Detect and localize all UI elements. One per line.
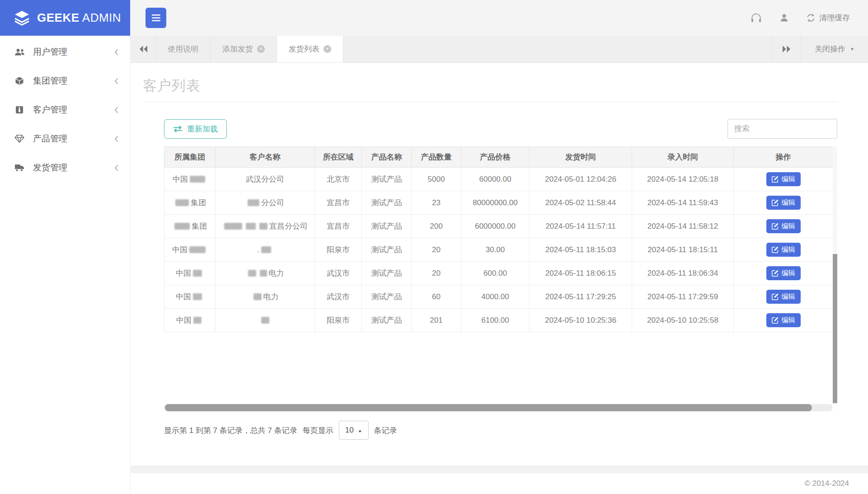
cell-region: 阳泉市: [315, 238, 362, 262]
sidebar-item-products[interactable]: 产品管理: [0, 124, 130, 153]
page-title: 客户列表: [143, 76, 868, 95]
search-input[interactable]: [727, 119, 837, 139]
cell-region: 北京市: [315, 168, 362, 191]
pagination: 显示第 1 到第 7 条记录，总共 7 条记录 每页显示 10 ▲ 条记录: [164, 421, 837, 440]
edit-icon: [772, 223, 779, 230]
tab-add-shipment[interactable]: 添加发货×: [211, 36, 277, 62]
cell-price: 60000.00: [461, 168, 530, 191]
table-row: 中国武汉分公司北京市测试产品500060000.002024-05-01 12:…: [164, 168, 833, 191]
cell-group: 集团: [164, 191, 216, 215]
clear-cache-button[interactable]: 清理缓存: [807, 13, 850, 23]
edit-button[interactable]: 编辑: [766, 266, 801, 280]
tab-shipment-list[interactable]: 发货列表×: [277, 36, 343, 62]
edit-button[interactable]: 编辑: [766, 172, 801, 186]
caret-up-icon: ▲: [358, 428, 362, 433]
redacted-text: [261, 317, 269, 324]
table-header-row: 所属集团客户名称所在区域产品名称产品数量产品价格发货时间录入时间操作: [164, 147, 833, 168]
cell-ship: 2024-05-11 18:15:03: [530, 238, 632, 262]
close-operations-dropdown[interactable]: 关闭操作 ▼: [801, 36, 868, 62]
cell-price: 6100.00: [461, 309, 530, 332]
cell-qty: 200: [412, 215, 461, 238]
sidebar-toggle-button[interactable]: [145, 8, 166, 28]
cell-entry: 2024-05-11 17:29:59: [632, 285, 734, 309]
cell-action: 编辑: [734, 262, 833, 285]
topbar: 清理缓存: [131, 0, 868, 36]
redacted-text: [261, 246, 271, 253]
user-icon[interactable]: [780, 14, 788, 22]
tab-close-icon[interactable]: ×: [324, 45, 331, 53]
page-size-prefix: 每页显示: [303, 425, 333, 436]
cell-product: 测试产品: [362, 215, 412, 238]
vertical-scrollbar-thumb[interactable]: [833, 254, 837, 403]
tabs-scroll-right-button[interactable]: [772, 36, 801, 62]
cell-group: 集团: [164, 215, 216, 238]
redacted-text: [260, 270, 267, 277]
edit-icon: [772, 317, 779, 324]
cell-entry: 2024-05-14 11:58:12: [632, 215, 734, 238]
refresh-icon: [807, 14, 815, 22]
page-size-select[interactable]: 10 ▲: [339, 421, 369, 440]
cell-action: 编辑: [734, 238, 833, 262]
cell-entry: 2024-05-11 18:06:34: [632, 262, 734, 285]
redacted-text: [174, 223, 190, 230]
sidebar-item-shipping[interactable]: 发货管理: [0, 153, 130, 182]
table-toolbar: 重新加载: [164, 119, 837, 139]
cell-action: 编辑: [734, 215, 833, 238]
headphones-icon[interactable]: [751, 13, 762, 23]
close-operations-label: 关闭操作: [815, 44, 845, 54]
main-content: 客户列表 重新加载 所属集团客户名称所在区域产品名称产品数量产品价格发货时间: [131, 63, 868, 466]
edit-icon: [772, 246, 779, 253]
cell-group: 中国: [164, 238, 216, 262]
footer: © 2014-2024: [131, 473, 868, 494]
edit-button[interactable]: 编辑: [766, 290, 801, 304]
tabs-scroll-left-button[interactable]: [131, 36, 156, 62]
table-row: 集团分公司宜昌市测试产品2380000000.002024-05-02 11:5…: [164, 191, 833, 215]
edit-button[interactable]: 编辑: [766, 196, 801, 210]
edit-button-label: 编辑: [782, 245, 795, 254]
tab-close-icon[interactable]: ×: [257, 45, 265, 53]
cell-price: 80000000.00: [461, 191, 530, 215]
horizontal-scrollbar-thumb[interactable]: [165, 404, 812, 411]
cell-ship: 2024-05-14 11:57:11: [530, 215, 632, 238]
cell-action: 编辑: [734, 285, 833, 309]
cell-price: 6000000.00: [461, 215, 530, 238]
redacted-text: [248, 270, 256, 277]
tabs: 使用说明添加发货×发货列表×: [156, 36, 343, 62]
cell-ship: 2024-05-11 17:29:25: [530, 285, 632, 309]
column-header: 所在区域: [315, 147, 362, 168]
chevron-left-icon: [114, 107, 118, 113]
cell-region: 阳泉市: [315, 309, 362, 332]
cell-region: 宜昌市: [315, 215, 362, 238]
redacted-text: [248, 199, 259, 206]
cell-region: 宜昌市: [315, 191, 362, 215]
cell-entry: 2024-05-14 12:05:18: [632, 168, 734, 191]
exchange-icon: [173, 126, 183, 132]
cell-region: 武汉市: [315, 262, 362, 285]
edit-icon: [772, 176, 779, 183]
sidebar-menu: 用户管理集团管理客户管理产品管理发货管理: [0, 36, 130, 182]
edit-button-label: 编辑: [782, 292, 795, 301]
edit-button-label: 编辑: [782, 175, 795, 183]
table-row: 中国电力武汉市测试产品604000.002024-05-11 17:29:252…: [164, 285, 833, 309]
sidebar-item-customers[interactable]: 客户管理: [0, 95, 130, 124]
redacted-text: [193, 293, 202, 300]
cell-price: 4000.00: [461, 285, 530, 309]
tab-usage[interactable]: 使用说明: [156, 36, 211, 62]
sidebar-item-groups[interactable]: 集团管理: [0, 66, 130, 95]
edit-button[interactable]: 编辑: [766, 243, 801, 257]
cell-action: 编辑: [734, 309, 833, 332]
truck-icon: [14, 164, 25, 172]
cell-group: 中国: [164, 262, 216, 285]
edit-button[interactable]: 编辑: [766, 219, 801, 233]
layers-icon: [14, 10, 30, 26]
reload-button[interactable]: 重新加载: [164, 119, 227, 139]
sidebar-item-label: 发货管理: [33, 162, 67, 174]
table-row: 集团宜昌分公司宜昌市测试产品2006000000.002024-05-14 11…: [164, 215, 833, 238]
cell-product: 测试产品: [362, 285, 412, 309]
redacted-text: [193, 270, 202, 277]
cell-customer: .: [216, 238, 315, 262]
edit-button-label: 编辑: [782, 316, 795, 325]
sidebar-item-users[interactable]: 用户管理: [0, 38, 130, 66]
edit-button[interactable]: 编辑: [766, 313, 801, 327]
clear-cache-label: 清理缓存: [819, 13, 850, 23]
